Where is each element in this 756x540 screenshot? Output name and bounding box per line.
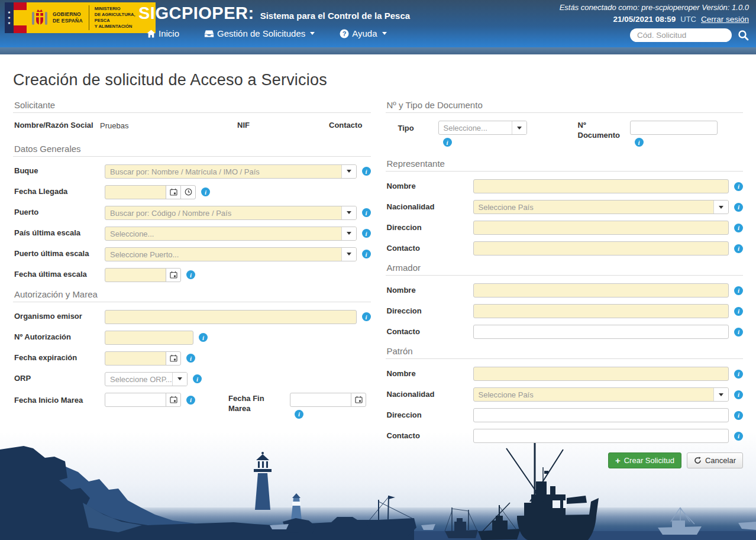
fecha-expiracion-input[interactable] — [105, 351, 166, 366]
patron-contacto-input[interactable] — [473, 429, 729, 443]
info-icon[interactable]: i — [186, 354, 195, 363]
tipo-label: Tipo — [398, 121, 438, 134]
organismo-emisor-label: Organismo emisor — [13, 312, 105, 322]
session-user: Estás conectado como: pre-scpioperoper V… — [560, 3, 749, 12]
search-input[interactable] — [630, 28, 732, 42]
representante-contacto-label: Contacto — [386, 244, 473, 254]
nif-label: NIF — [237, 121, 329, 131]
info-icon[interactable]: i — [362, 250, 371, 258]
patron-nacionalidad-select[interactable]: Seleccione País — [473, 387, 729, 402]
main-nav: Inicio Gestión de Solicitudes ? Ayuda — [147, 28, 387, 38]
tipo-documento-select[interactable]: Seleccione... — [438, 121, 527, 135]
fecha-llegada-input[interactable] — [105, 185, 166, 199]
num-autorizacion-label: Nº Autorización — [13, 332, 105, 342]
info-icon[interactable]: i — [295, 410, 303, 419]
dropdown-arrow-icon[interactable] — [341, 248, 356, 261]
dropdown-arrow-icon[interactable] — [341, 165, 356, 178]
info-icon[interactable]: i — [734, 286, 743, 295]
search-icon[interactable] — [738, 30, 749, 41]
patron-nombre-input[interactable] — [473, 367, 729, 381]
star-icon: ★ — [8, 16, 11, 20]
fecha-expiracion-group — [105, 351, 181, 366]
representante-contacto-input[interactable] — [473, 241, 729, 256]
fecha-llegada-label: Fecha Llegada — [13, 187, 105, 197]
fecha-fin-marea-input[interactable] — [290, 393, 351, 407]
fecha-inicio-marea-input[interactable] — [105, 393, 166, 407]
puerto-ultima-escala-select[interactable]: Seleccione Puerto... — [105, 247, 357, 261]
info-icon[interactable]: i — [362, 229, 371, 238]
info-icon[interactable]: i — [734, 370, 743, 379]
representante-nacionalidad-label: Nacionalidad — [386, 202, 473, 212]
info-icon[interactable]: i — [734, 328, 743, 337]
nav-gestion-solicitudes[interactable]: Gestión de Solicitudes — [204, 28, 315, 38]
clock-icon[interactable] — [180, 185, 196, 199]
info-icon[interactable]: i — [734, 182, 743, 191]
fecha-ultima-escala-label: Fecha última escala — [13, 270, 105, 280]
representante-direccion-input[interactable] — [473, 221, 729, 235]
section-title-solicitante: Solicitante — [13, 100, 371, 113]
calendar-icon[interactable] — [166, 351, 181, 366]
info-icon[interactable]: i — [734, 224, 743, 232]
home-icon — [147, 30, 156, 38]
info-icon[interactable]: i — [734, 411, 743, 420]
info-icon[interactable]: i — [362, 167, 371, 176]
cancelar-button[interactable]: Cancelar — [687, 452, 743, 468]
info-icon[interactable]: i — [734, 203, 743, 212]
dropdown-arrow-icon[interactable] — [172, 373, 187, 386]
dropdown-arrow-icon[interactable] — [713, 201, 728, 214]
info-icon[interactable]: i — [734, 432, 743, 441]
form-actions: + Crear Solicitud Cancelar — [386, 452, 744, 468]
question-circle-icon: ? — [340, 29, 349, 38]
armador-nombre-input[interactable] — [473, 283, 729, 298]
representante-nombre-label: Nombre — [386, 182, 473, 192]
puerto-ultima-escala-label: Puerto última escala — [13, 249, 105, 259]
armador-direccion-input[interactable] — [473, 304, 729, 318]
info-icon[interactable]: i — [635, 138, 644, 147]
info-icon[interactable]: i — [362, 312, 371, 321]
calendar-icon[interactable] — [166, 393, 181, 407]
logout-link[interactable]: Cerrar sesión — [701, 15, 749, 24]
organismo-emisor-input[interactable] — [105, 310, 357, 324]
crear-solicitud-button[interactable]: + Crear Solicitud — [608, 452, 681, 468]
datetime: 21/05/2021 08:59 — [613, 15, 676, 24]
pais-ultima-escala-select[interactable]: Seleccione... — [105, 227, 357, 241]
representante-nombre-input[interactable] — [473, 179, 729, 193]
info-icon[interactable]: i — [201, 187, 210, 196]
patron-direccion-input[interactable] — [473, 408, 729, 422]
armador-contacto-input[interactable] — [473, 325, 729, 339]
info-icon[interactable]: i — [734, 390, 743, 399]
info-icon[interactable]: i — [193, 374, 202, 383]
num-autorizacion-input[interactable] — [105, 331, 193, 345]
dropdown-arrow-icon[interactable] — [512, 121, 526, 134]
calendar-icon[interactable] — [166, 268, 181, 282]
representante-nacionalidad-select[interactable]: Seleccione País — [473, 200, 729, 214]
chevron-down-icon — [310, 32, 315, 35]
dropdown-arrow-icon[interactable] — [341, 206, 356, 219]
num-documento-input[interactable] — [630, 121, 718, 135]
fecha-ultima-escala-group — [105, 268, 181, 282]
star-icon: ★ — [8, 21, 11, 25]
fecha-inicio-marea-label: Fecha Inicio Marea — [13, 393, 105, 406]
info-icon[interactable]: i — [443, 138, 452, 147]
dropdown-arrow-icon[interactable] — [713, 388, 728, 401]
refresh-icon — [694, 457, 702, 464]
info-icon[interactable]: i — [199, 333, 208, 342]
info-icon[interactable]: i — [186, 396, 195, 405]
dropdown-arrow-icon[interactable] — [341, 227, 356, 240]
info-icon[interactable]: i — [186, 270, 195, 279]
puerto-select[interactable]: Buscar por: Código / Nombre / País — [105, 206, 357, 220]
info-icon[interactable]: i — [362, 208, 371, 217]
calendar-icon[interactable] — [166, 185, 181, 199]
representante-direccion-label: Direccion — [386, 223, 473, 233]
calendar-icon[interactable] — [351, 393, 366, 407]
puerto-label: Puerto — [13, 208, 105, 218]
nav-ayuda[interactable]: ? Ayuda — [340, 28, 386, 38]
buque-select[interactable]: Buscar por: Nombre / Matrícula / IMO / P… — [105, 164, 357, 179]
gobierno-logo: ★ ★ ★ GOBIERNO DE ESPAÑA — [5, 2, 156, 33]
orp-select[interactable]: Seleccione ORP... — [105, 372, 188, 386]
info-icon[interactable]: i — [734, 244, 743, 253]
nav-inicio[interactable]: Inicio — [147, 28, 179, 38]
fecha-ultima-escala-input[interactable] — [105, 268, 166, 282]
app-name: SIGCPIOPER: — [138, 4, 254, 23]
info-icon[interactable]: i — [734, 307, 743, 316]
